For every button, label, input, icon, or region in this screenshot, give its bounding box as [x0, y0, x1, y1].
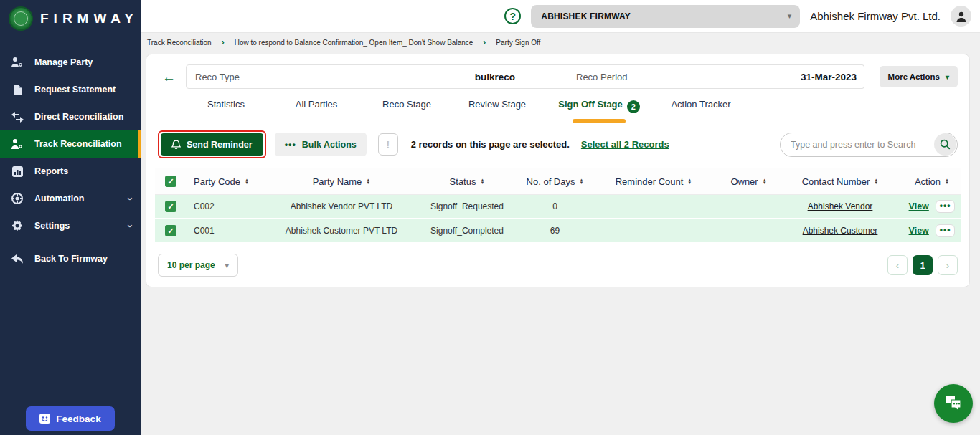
select-all-checkbox[interactable]: ✓ [165, 176, 176, 187]
tab-statistics[interactable]: Statistics [181, 99, 271, 123]
sidebar-item-label: Direct Reconciliation [34, 112, 123, 122]
sidebar-item-reports[interactable]: Reports [0, 158, 141, 185]
sidebar: FIRMWAY Manage Party Request Statement D… [0, 0, 141, 435]
breadcrumb: Track Reconciliation › How to respond to… [141, 33, 980, 52]
reco-period-field: Reco Period 31-Mar-2023 [567, 64, 864, 89]
bell-icon [171, 140, 181, 150]
table-row: ✓ C002 Abhishek Vendor PVT LTD Signoff_R… [155, 195, 961, 219]
row-checkbox[interactable]: ✓ [165, 201, 176, 212]
view-link[interactable]: View [909, 201, 929, 211]
next-page-button[interactable]: › [938, 255, 958, 275]
sidebar-item-manage-party[interactable]: Manage Party [0, 49, 141, 76]
sidebar-item-back-to-firmway[interactable]: Back To Firmway [0, 245, 141, 272]
sidebar-item-automation[interactable]: Automation › [0, 185, 141, 212]
person-icon [956, 11, 967, 22]
sidebar-item-request-statement[interactable]: Request Statement [0, 76, 141, 103]
help-icon[interactable]: ? [504, 8, 521, 24]
sort-icon[interactable]: ▲▼ [874, 178, 878, 185]
current-page-button[interactable]: 1 [913, 255, 933, 275]
sidebar-item-label: Manage Party [34, 57, 93, 67]
selection-status-text: 2 records on this page are selected. [411, 139, 570, 150]
sidebar-item-track-reconciliation[interactable]: Track Reconciliation [0, 130, 141, 158]
tab-sign-off-stage[interactable]: Sign Off Stage2 [542, 99, 656, 123]
smiley-icon [39, 414, 50, 424]
view-link[interactable]: View [909, 226, 929, 236]
tab-count-badge: 2 [627, 100, 640, 113]
chevron-right-icon: › [222, 37, 225, 47]
tab-all-parties[interactable]: All Parties [271, 99, 362, 123]
tab-action-tracker[interactable]: Action Tracker [656, 99, 746, 123]
firmway-logo [9, 6, 33, 31]
topbar: ? ABHISHEK FIRMWAY ▾ Abhishek Firmway Pv… [141, 0, 980, 33]
per-page-value: 10 per page [167, 260, 215, 270]
row-menu-button[interactable]: ••• [936, 200, 956, 213]
chevron-down-icon: › [125, 224, 137, 228]
document-icon [10, 84, 24, 95]
back-arrow-button[interactable]: ← [162, 70, 176, 84]
sidebar-item-settings[interactable]: Settings › [0, 212, 141, 239]
sort-icon[interactable]: ▲▼ [245, 178, 249, 185]
sidebar-item-label: Reports [34, 166, 68, 176]
reco-period-label: Reco Period [576, 72, 628, 82]
brand-name: FIRMWAY [40, 11, 138, 27]
sort-icon[interactable]: ▲▼ [945, 178, 949, 185]
sort-icon[interactable]: ▲▼ [579, 178, 583, 185]
search-button[interactable] [934, 133, 956, 156]
breadcrumb-item[interactable]: How to respond to Balance Confirmation_ … [235, 39, 473, 47]
sort-icon[interactable]: ▲▼ [687, 178, 692, 185]
more-actions-label: More Actions [888, 72, 940, 81]
breadcrumb-item[interactable]: Track Reconciliation [147, 39, 212, 47]
gear-icon [10, 220, 24, 231]
search-icon [940, 139, 951, 150]
automation-gear-icon [10, 193, 24, 204]
sort-icon[interactable]: ▲▼ [763, 178, 767, 185]
sidebar-item-label: Settings [34, 221, 70, 231]
party-code-cell: C002 [187, 201, 263, 211]
chat-bubbles-icon [944, 395, 963, 412]
prev-page-button[interactable]: ‹ [887, 255, 908, 275]
search-input[interactable] [791, 140, 934, 150]
per-page-dropdown[interactable]: 10 per page ▾ [158, 254, 238, 277]
select-all-link[interactable]: Select all 2 Records [581, 139, 669, 150]
send-reminder-highlight: Send Reminder [158, 130, 266, 158]
user-avatar[interactable] [951, 6, 971, 27]
reco-header: ← Reco Type bulkreco Reco Period 31-Mar-… [155, 63, 961, 89]
bulk-actions-label: Bulk Actions [302, 140, 357, 150]
reco-type-value: bulkreco [475, 72, 515, 82]
feedback-button[interactable]: Feedback [26, 406, 115, 431]
main-area: ? ABHISHEK FIRMWAY ▾ Abhishek Firmway Pv… [141, 0, 980, 435]
tab-reco-stage[interactable]: Reco Stage [362, 99, 452, 123]
announcement-icon-button[interactable]: ! [378, 133, 398, 156]
breadcrumb-item[interactable]: Party Sign Off [496, 39, 540, 47]
contact-link[interactable]: Abhishek Customer [803, 226, 878, 236]
active-tab-indicator [573, 119, 626, 123]
more-actions-button[interactable]: More Actions ▾ [880, 66, 958, 87]
row-menu-button[interactable]: ••• [936, 224, 956, 237]
status-cell: Signoff_Completed [420, 226, 514, 236]
content-card: ← Reco Type bulkreco Reco Period 31-Mar-… [146, 54, 970, 287]
chevron-right-icon: › [483, 37, 486, 47]
caret-down-icon: ▾ [946, 73, 949, 81]
send-reminder-label: Send Reminder [187, 140, 253, 150]
sidebar-item-label: Request Statement [34, 85, 116, 95]
send-reminder-button[interactable]: Send Reminder [161, 133, 263, 156]
tab-review-stage[interactable]: Review Stage [452, 99, 542, 123]
tab-bar: Statistics All Parties Reco Stage Review… [155, 99, 961, 123]
sidebar-item-direct-reconciliation[interactable]: Direct Reconciliation [0, 103, 141, 130]
chat-widget-button[interactable] [934, 384, 973, 423]
table-row: ✓ C001 Abhishek Customer PVT LTD Signoff… [155, 219, 961, 244]
bulk-actions-button[interactable]: ••• Bulk Actions [275, 133, 367, 156]
reco-type-field: Reco Type bulkreco [186, 64, 567, 89]
table-header-row: ✓ Party Code▲▼ Party Name▲▼ Status▲▼ No.… [155, 168, 961, 195]
sidebar-item-label: Automation [34, 193, 84, 204]
chevron-down-icon: › [125, 197, 137, 201]
caret-down-icon: ▾ [225, 262, 229, 269]
contact-link[interactable]: Abhishek Vendor [808, 201, 873, 211]
sort-icon[interactable]: ▲▼ [480, 178, 484, 185]
party-code-cell: C001 [187, 226, 263, 236]
row-checkbox[interactable]: ✓ [165, 225, 176, 236]
bar-chart-icon [10, 166, 24, 177]
days-cell: 69 [514, 226, 596, 236]
company-selector-dropdown[interactable]: ABHISHEK FIRMWAY ▾ [531, 5, 800, 28]
sort-icon[interactable]: ▲▼ [366, 178, 370, 185]
